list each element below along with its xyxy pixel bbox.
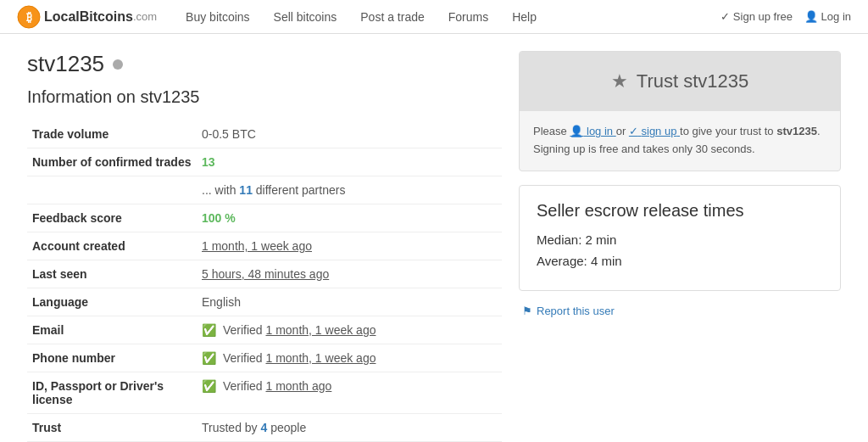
- partners-cell: ... with 11 different partners: [197, 176, 502, 204]
- nav-sell-bitcoins[interactable]: Sell bitcoins: [262, 0, 349, 34]
- feedback-label: Feedback score: [27, 204, 197, 232]
- phone-label: Phone number: [27, 344, 197, 372]
- email-verified-date[interactable]: 1 month, 1 week ago: [265, 323, 376, 337]
- email-label: Email: [27, 316, 197, 344]
- phone-verified-date[interactable]: 1 month, 1 week ago: [265, 351, 376, 365]
- trust-username: stv1235: [776, 125, 817, 137]
- trust-prefix: Trusted by: [202, 421, 261, 434]
- email-verified-text: Verified: [223, 323, 266, 337]
- signup-link-text: sign up: [642, 125, 677, 137]
- language-label: Language: [27, 288, 197, 316]
- table-row: ID, Passport or Driver's license ✅ Verif…: [27, 372, 502, 414]
- last-seen-value[interactable]: 5 hours, 48 minutes ago: [202, 267, 329, 281]
- id-verified-date[interactable]: 1 month ago: [265, 379, 331, 393]
- nav-links: Buy bitcoins Sell bitcoins Post a trade …: [174, 0, 721, 34]
- partners-suffix: different partners: [253, 183, 345, 197]
- escrow-average-row: Average: 4 min: [537, 254, 823, 268]
- table-row: Phone number ✅ Verified 1 month, 1 week …: [27, 344, 502, 372]
- escrow-median-row: Median: 2 min: [537, 232, 823, 247]
- median-label: Median:: [537, 232, 586, 247]
- trust-cell: Trusted by 4 people: [197, 414, 502, 442]
- status-dot: [113, 59, 123, 70]
- partners-count: 11: [239, 183, 253, 197]
- report-user-link[interactable]: ⚑ Report this user: [519, 305, 841, 317]
- page-title: Information on stv1235: [27, 87, 502, 107]
- last-seen-label: Last seen: [27, 260, 197, 288]
- log-in-text: Log in: [821, 10, 851, 23]
- account-created-value[interactable]: 1 month, 1 week ago: [202, 239, 312, 253]
- phone-check-icon: ✅: [202, 351, 216, 365]
- feedback-value: 100 %: [202, 211, 236, 225]
- id-check-icon: ✅: [202, 379, 216, 393]
- report-label: Report this user: [537, 305, 615, 317]
- navbar: ₿ LocalBitcoins.com Buy bitcoins Sell bi…: [0, 0, 868, 34]
- username-heading: stv1235: [27, 51, 104, 77]
- navbar-right: ✓ Sign up free 👤 Log in: [721, 10, 851, 23]
- checkmark-icon: ✓: [721, 10, 730, 23]
- table-row: Email ✅ Verified 1 month, 1 week ago: [27, 316, 502, 344]
- phone-cell: ✅ Verified 1 month, 1 week ago: [197, 344, 502, 372]
- confirmed-trades-label: Number of confirmed trades: [27, 148, 197, 176]
- last-seen-cell: 5 hours, 48 minutes ago: [197, 260, 502, 288]
- left-panel: stv1235 Information on stv1235 Trade vol…: [27, 51, 502, 442]
- average-label: Average:: [537, 254, 591, 268]
- escrow-title: Seller escrow release times: [537, 201, 823, 221]
- email-cell: ✅ Verified 1 month, 1 week ago: [197, 316, 502, 344]
- logo[interactable]: ₿ LocalBitcoins.com: [17, 5, 157, 29]
- table-row: ... with 11 different partners: [27, 176, 502, 204]
- trust-suffix: people: [267, 421, 306, 434]
- table-row: Feedback score 100 %: [27, 204, 502, 232]
- feedback-cell: 100 %: [197, 204, 502, 232]
- right-panel: ★ Trust stv1235 Please 👤 log in or ✓ sig…: [519, 51, 841, 442]
- table-row: Account created 1 month, 1 week ago: [27, 232, 502, 260]
- logo-main-text: LocalBitcoins: [44, 9, 133, 25]
- trust-body-end: .: [817, 125, 821, 137]
- trust-signup-link[interactable]: ✓ sign up: [629, 125, 680, 137]
- average-value: 4 min: [591, 254, 622, 268]
- trust-box: ★ Trust stv1235 Please 👤 log in or ✓ sig…: [519, 51, 841, 171]
- trust-login-link[interactable]: 👤 log in: [570, 125, 615, 137]
- svg-text:₿: ₿: [26, 10, 32, 24]
- partners-prefix: ... with: [202, 183, 239, 197]
- table-row: Trade volume 0-0.5 BTC: [27, 120, 502, 148]
- nav-buy-bitcoins[interactable]: Buy bitcoins: [174, 0, 261, 34]
- id-label: ID, Passport or Driver's license: [27, 372, 197, 414]
- table-row: Last seen 5 hours, 48 minutes ago: [27, 260, 502, 288]
- id-verified-text: Verified: [223, 379, 266, 393]
- logo-icon: ₿: [17, 5, 41, 29]
- person-small-icon: 👤: [570, 125, 583, 137]
- info-table: Trade volume 0-0.5 BTC Number of confirm…: [27, 120, 502, 442]
- confirmed-trades-value: 13: [202, 155, 215, 169]
- language-value: English: [197, 288, 502, 316]
- account-created-label: Account created: [27, 232, 197, 260]
- trust-sub-text: Signing up is free and takes only 30 sec…: [533, 143, 755, 155]
- trust-label: Trust: [27, 414, 197, 442]
- trust-body-prefix: Please: [533, 125, 570, 137]
- empty-label: [27, 176, 197, 204]
- account-created-cell: 1 month, 1 week ago: [197, 232, 502, 260]
- nav-forums[interactable]: Forums: [437, 0, 500, 34]
- trust-body: Please 👤 log in or ✓ sign up to give you…: [520, 111, 840, 171]
- check-small-icon: ✓: [629, 125, 638, 137]
- login-link-text: log in: [587, 125, 613, 137]
- sign-up-text: Sign up free: [733, 10, 793, 23]
- confirmed-trades-cell: 13: [197, 148, 502, 176]
- table-row: Number of confirmed trades 13: [27, 148, 502, 176]
- id-cell: ✅ Verified 1 month ago: [197, 372, 502, 414]
- person-icon: 👤: [804, 10, 818, 23]
- nav-post-trade[interactable]: Post a trade: [348, 0, 437, 34]
- flag-icon: ⚑: [522, 305, 532, 317]
- trust-title: Trust stv1235: [637, 70, 748, 92]
- table-row: Language English: [27, 288, 502, 316]
- trust-body-suffix: to give your trust to: [680, 125, 776, 137]
- star-icon: ★: [611, 70, 628, 92]
- trade-volume-label: Trade volume: [27, 120, 197, 148]
- nav-help[interactable]: Help: [500, 0, 548, 34]
- user-header: stv1235: [27, 51, 502, 77]
- table-row: Trust Trusted by 4 people: [27, 414, 502, 442]
- median-value: 2 min: [586, 232, 617, 247]
- log-in-link[interactable]: 👤 Log in: [804, 10, 851, 23]
- trade-volume-value: 0-0.5 BTC: [197, 120, 502, 148]
- sign-up-link[interactable]: ✓ Sign up free: [721, 10, 793, 23]
- trust-header: ★ Trust stv1235: [520, 52, 840, 111]
